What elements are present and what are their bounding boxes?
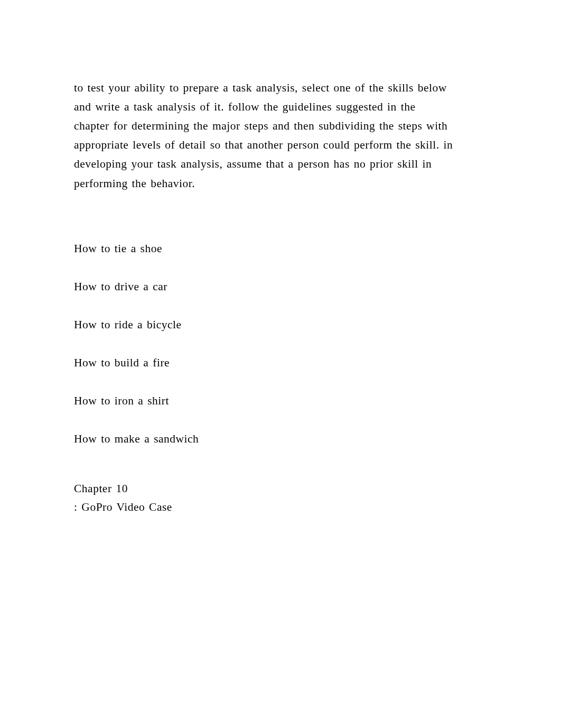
skill-list: How to tie a shoe How to drive a car How… (74, 241, 454, 447)
skill-item: How to tie a shoe (74, 241, 454, 256)
skill-item: How to build a fire (74, 355, 454, 371)
skill-item: How to make a sandwich (74, 431, 454, 447)
skill-item: How to ride a bicycle (74, 317, 454, 333)
chapter-title: Chapter 10 (74, 480, 454, 497)
chapter-subtitle: : GoPro Video Case (74, 498, 454, 516)
page-content: to test your ability to prepare a task a… (74, 78, 454, 516)
intro-paragraph: to test your ability to prepare a task a… (74, 78, 454, 193)
skill-item: How to drive a car (74, 279, 454, 294)
skill-item: How to iron a shirt (74, 393, 454, 409)
chapter-section: Chapter 10 : GoPro Video Case (74, 480, 454, 516)
